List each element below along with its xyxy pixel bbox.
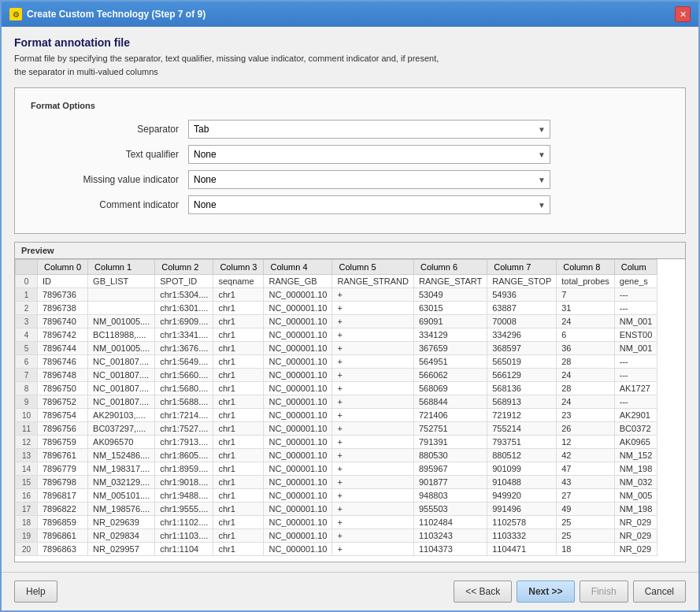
data-cell: SPOT_ID <box>155 275 213 288</box>
data-cell: --- <box>614 302 657 315</box>
data-cell: chr1:5688.... <box>155 395 213 409</box>
data-cell: chr1 <box>213 462 264 476</box>
table-row: 97896752NC_001807....chr1:5688....chr1NC… <box>16 395 657 409</box>
data-cell: NC_000001.10 <box>264 355 332 369</box>
data-cell: NC_001807.... <box>88 382 155 395</box>
data-cell: chr1 <box>213 503 264 516</box>
table-row: 147896779NM_198317....chr1:8959....chr1N… <box>16 462 657 476</box>
row-num-cell: 1 <box>16 288 38 302</box>
data-cell: 7896861 <box>38 529 88 543</box>
table-row: 137896761NM_152486....chr1:8605....chr1N… <box>16 449 657 462</box>
description-line2: the separator in multi-valued columns <box>14 67 158 76</box>
col-header-6: Column 6 <box>413 260 487 275</box>
row-num-cell: 11 <box>16 422 38 436</box>
finish-button[interactable]: Finish <box>580 580 628 603</box>
data-cell: chr1:6909.... <box>155 315 213 328</box>
data-cell: 793751 <box>487 436 557 449</box>
data-cell: 368597 <box>487 342 557 355</box>
data-cell: NM_001005.... <box>88 315 155 328</box>
data-cell: AK1727 <box>614 382 657 395</box>
data-cell: chr1 <box>213 489 264 503</box>
data-cell: NM_152 <box>614 449 657 462</box>
data-cell: 27 <box>557 489 615 503</box>
data-cell: NC_000001.10 <box>264 422 332 436</box>
data-cell: 43 <box>557 476 615 489</box>
data-cell: 7896742 <box>38 328 88 342</box>
data-cell: chr1 <box>213 302 264 315</box>
next-button[interactable]: Next >> <box>517 580 574 603</box>
missing-value-select[interactable]: None <box>188 170 550 189</box>
table-row: 57896744NM_001005....chr1:3676....chr1NC… <box>16 342 657 355</box>
data-cell: NC_000001.10 <box>264 302 332 315</box>
data-cell: + <box>332 302 413 315</box>
close-button[interactable]: ✕ <box>675 6 691 22</box>
table-row: 197896861NR_029834chr1:1103....chr1NC_00… <box>16 529 657 543</box>
data-cell: 28 <box>557 382 615 395</box>
data-cell: 568069 <box>413 382 487 395</box>
data-cell: NM_001 <box>614 315 657 328</box>
data-cell: NC_000001.10 <box>264 476 332 489</box>
data-cell: 7896750 <box>38 382 88 395</box>
back-button[interactable]: << Back <box>454 580 512 603</box>
data-cell: chr1 <box>213 449 264 462</box>
cancel-button[interactable]: Cancel <box>633 580 686 603</box>
data-cell: + <box>332 503 413 516</box>
row-num-cell: 13 <box>16 449 38 462</box>
data-cell: 7896761 <box>38 449 88 462</box>
data-cell: + <box>332 369 413 382</box>
data-cell: total_probes <box>557 275 615 288</box>
data-cell: 7896817 <box>38 489 88 503</box>
data-cell: 7896759 <box>38 436 88 449</box>
data-cell: 752751 <box>413 422 487 436</box>
data-cell: BC118988,.... <box>88 328 155 342</box>
help-button[interactable]: Help <box>14 580 57 603</box>
row-num-cell: 9 <box>16 395 38 409</box>
format-options-box: Format Options Separator Tab Text qualif… <box>14 87 686 234</box>
data-cell: 28 <box>557 355 615 369</box>
row-num-cell: 4 <box>16 328 38 342</box>
table-row: 167896817NM_005101....chr1:9488....chr1N… <box>16 489 657 503</box>
text-qualifier-select[interactable]: None <box>188 145 550 164</box>
data-cell: NC_001807.... <box>88 355 155 369</box>
data-cell: chr1 <box>213 342 264 355</box>
table-row: 67896746NC_001807....chr1:5649....chr1NC… <box>16 355 657 369</box>
separator-select[interactable]: Tab <box>188 120 550 139</box>
data-cell: 755214 <box>487 422 557 436</box>
data-cell: + <box>332 342 413 355</box>
data-cell: 901877 <box>413 476 487 489</box>
data-cell: chr1 <box>213 529 264 543</box>
data-cell: 948803 <box>413 489 487 503</box>
data-cell: NC_000001.10 <box>264 543 332 556</box>
data-cell: 69091 <box>413 315 487 328</box>
data-cell: NC_000001.10 <box>264 503 332 516</box>
row-num-cell: 18 <box>16 516 38 529</box>
col-header-0: Column 0 <box>38 260 88 275</box>
data-cell: 12 <box>557 436 615 449</box>
data-cell: 70008 <box>487 315 557 328</box>
row-num-cell: 8 <box>16 382 38 395</box>
data-cell: 24 <box>557 395 615 409</box>
data-cell: AK2901 <box>614 409 657 422</box>
data-cell: NR_029 <box>614 516 657 529</box>
data-cell: + <box>332 476 413 489</box>
comment-indicator-select[interactable]: None <box>188 195 550 214</box>
data-cell: NC_001807.... <box>88 369 155 382</box>
data-cell: chr1 <box>213 369 264 382</box>
data-cell: chr1 <box>213 315 264 328</box>
row-num-cell: 12 <box>16 436 38 449</box>
data-cell: chr1 <box>213 395 264 409</box>
data-cell: NM_198317.... <box>88 462 155 476</box>
data-cell: NM_198 <box>614 462 657 476</box>
data-cell: chr1:1102.... <box>155 516 213 529</box>
column-header-row: Column 0 Column 1 Column 2 Column 3 Colu… <box>16 260 657 275</box>
data-cell: 1102578 <box>487 516 557 529</box>
preview-table-container[interactable]: Column 0 Column 1 Column 2 Column 3 Colu… <box>15 259 685 562</box>
preview-box: Preview Column 0 Column 1 Column 2 Colum… <box>14 242 686 562</box>
table-row: 187896859NR_029639chr1:1102....chr1NC_00… <box>16 516 657 529</box>
main-window: ⚙ Create Custom Technology (Step 7 of 9)… <box>0 0 700 612</box>
data-cell: NM_032 <box>614 476 657 489</box>
row-num-cell: 10 <box>16 409 38 422</box>
row-num-cell: 16 <box>16 489 38 503</box>
table-row: 117896756BC037297,....chr1:7527....chr1N… <box>16 422 657 436</box>
data-cell: 721912 <box>487 409 557 422</box>
